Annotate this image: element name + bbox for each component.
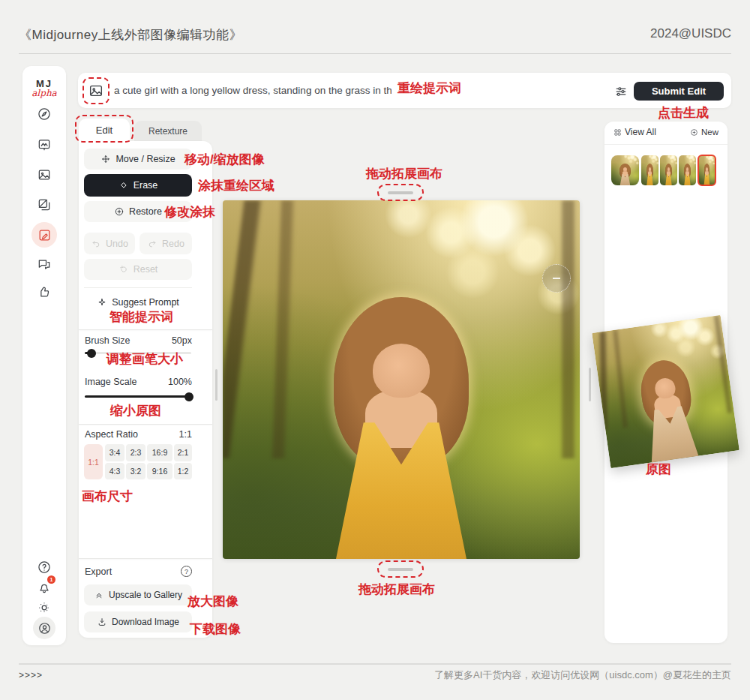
sidebar-item-gallery[interactable]: [22, 166, 66, 184]
footer-arrows: >>>>: [19, 670, 43, 680]
sidebar-item-organize[interactable]: [22, 196, 66, 214]
page: 《Midjourney上线外部图像编辑功能》 2024@UISDC MJ alp…: [0, 0, 750, 700]
drag-handle-icon[interactable]: [388, 568, 413, 571]
section-divider: [79, 558, 212, 559]
aspect-option[interactable]: 1:2: [174, 463, 192, 480]
annotation-expand-top: 拖动拓展画布: [366, 165, 442, 182]
export-help-icon[interactable]: ?: [181, 566, 192, 577]
sidebar-item-explore[interactable]: [22, 105, 66, 123]
aspect-option[interactable]: 3:2: [126, 463, 146, 480]
help-icon: [37, 560, 52, 575]
erase-button[interactable]: Erase: [84, 174, 192, 197]
section-divider: [79, 424, 212, 425]
sliders-icon: [614, 84, 628, 99]
compass-icon: [37, 107, 52, 122]
panel-scrollbar[interactable]: [215, 369, 218, 401]
section-divider: [79, 329, 212, 330]
expand-canvas-handle-top[interactable]: [377, 184, 424, 201]
thumbs-up-icon: [37, 284, 52, 299]
image-scale-slider-thumb[interactable]: [184, 392, 194, 401]
canvas-icon: [37, 137, 52, 152]
upscale-to-gallery-button[interactable]: Upscale to Gallery: [84, 584, 192, 605]
aspect-ratio-value: 1:1: [179, 429, 192, 440]
chat-icon: [37, 257, 52, 272]
diamond-icon: [118, 180, 129, 191]
tab-retexture[interactable]: Retexture: [134, 121, 202, 142]
aspect-option[interactable]: 9:16: [147, 463, 172, 480]
thumbnail-3[interactable]: [660, 155, 677, 185]
tab-edit[interactable]: Edit: [79, 119, 130, 142]
sidebar-item-theme[interactable]: [22, 599, 66, 617]
redo-icon: [147, 239, 158, 249]
sidebar-item-edit-active[interactable]: [32, 222, 57, 248]
image-scale-label: Image Scale: [85, 377, 136, 387]
sidebar-item-help[interactable]: [22, 558, 66, 576]
annotation-restore: 修改涂抹: [164, 203, 215, 221]
brush-size-label: Brush Size: [85, 335, 130, 346]
circle-plus-icon: [690, 128, 698, 137]
aspect-option[interactable]: 2:3: [126, 444, 146, 461]
sidebar-item-like[interactable]: [22, 283, 66, 301]
canvas-image[interactable]: [223, 200, 580, 559]
download-image-button[interactable]: Download Image: [84, 611, 192, 632]
panel-divider: [84, 287, 192, 288]
view-all-button[interactable]: View All: [614, 127, 656, 137]
image-icon: [88, 83, 104, 99]
annotation-generate: 点击生成: [658, 104, 709, 122]
expand-canvas-handle-bottom[interactable]: [377, 560, 424, 578]
notification-badge: 1: [47, 575, 56, 584]
grid-icon: [614, 128, 622, 137]
annotation-erase: 涂抹重绘区域: [198, 177, 274, 194]
girl-face: [373, 344, 430, 398]
footer-divider: [19, 663, 731, 665]
brush-size-slider-thumb[interactable]: [87, 349, 96, 358]
footer-credit: 了解更多AI干货内容，欢迎访问优设网（uisdc.com）@夏花生的主页: [434, 668, 731, 682]
annotation-expand-bottom: 拖动拓展画布: [358, 581, 435, 598]
aspect-option-1-1-selected[interactable]: 1:1: [84, 444, 103, 479]
annotation-prompt: 重绘提示词: [398, 80, 461, 97]
sparkle-icon: [97, 297, 107, 308]
drag-handle-icon[interactable]: [388, 191, 413, 194]
move-icon: [100, 154, 111, 164]
annotation-original: 原图: [646, 461, 671, 478]
sidebar-item-notifications[interactable]: 1: [22, 578, 66, 596]
prompt-input[interactable]: [114, 80, 392, 101]
double-chevron-up-icon: [94, 590, 104, 600]
annotation-brush: 调整画笔大小: [106, 350, 183, 368]
canvas-scrollbar[interactable]: [589, 368, 591, 401]
thumbnail-4[interactable]: [679, 155, 696, 185]
user-icon: [38, 621, 52, 635]
prompt-settings-button[interactable]: [614, 84, 628, 99]
history-panel-divider: [604, 144, 728, 145]
brush-size-value: 50px: [172, 335, 192, 346]
annotation-scale: 缩小原图: [110, 402, 161, 419]
sidebar-item-account[interactable]: [22, 619, 66, 637]
move-resize-button[interactable]: Move / Resize: [84, 149, 192, 170]
mj-logo-alpha: alpha: [22, 88, 66, 98]
aspect-option[interactable]: 4:3: [105, 463, 124, 480]
submit-edit-button[interactable]: Submit Edit: [634, 82, 724, 101]
annotation-download: 下载图像: [190, 620, 241, 638]
redo-button[interactable]: Redo: [140, 233, 192, 254]
sun-icon: [37, 600, 52, 615]
undo-icon: [91, 239, 101, 249]
download-icon: [97, 617, 107, 627]
prompt-image-button[interactable]: [88, 83, 104, 99]
aspect-option[interactable]: 2:1: [174, 444, 192, 461]
sidebar-item-chat[interactable]: [22, 255, 66, 273]
thumbnail-2[interactable]: [641, 155, 658, 185]
image-scale-slider[interactable]: [85, 395, 191, 398]
sidebar-item-create[interactable]: [22, 136, 66, 154]
export-label: Export: [85, 566, 112, 577]
image-scale-row: Image Scale 100%: [85, 377, 192, 387]
aspect-option[interactable]: 3:4: [105, 444, 124, 461]
new-button[interactable]: New: [690, 128, 718, 137]
thumbnail-5-selected[interactable]: [698, 155, 716, 186]
aspect-option[interactable]: 16:9: [147, 444, 172, 461]
page-title: 《Midjourney上线外部图像编辑功能》: [19, 26, 242, 44]
thumbnail-1[interactable]: [611, 155, 639, 185]
annotation-canvas-size: 画布尺寸: [82, 488, 133, 505]
reset-icon: [118, 264, 129, 275]
undo-button[interactable]: Undo: [84, 233, 135, 254]
reset-button[interactable]: Reset: [84, 259, 192, 280]
